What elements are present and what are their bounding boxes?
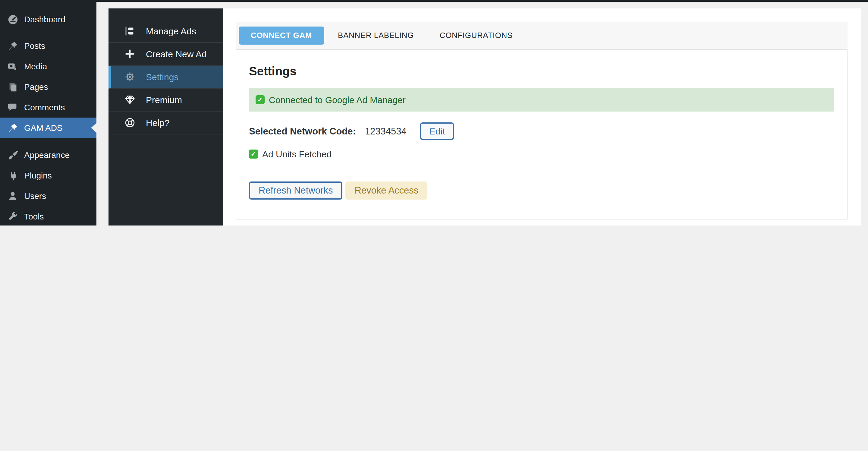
connection-status-text: Connected to Google Ad Manager xyxy=(269,95,406,105)
sidebar-item-label: Media xyxy=(24,61,47,71)
sidebar-item-label: Comments xyxy=(24,102,65,112)
sidebar-separator xyxy=(0,138,96,145)
sidebar-item-tools[interactable]: Tools xyxy=(0,206,96,226)
pushpin-icon xyxy=(7,40,19,52)
check-icon xyxy=(255,95,265,104)
sidebar-item-posts[interactable]: Posts xyxy=(0,36,96,56)
sidebar-item-label: Appearance xyxy=(24,150,70,160)
ad-units-status-text: Ad Units Fetched xyxy=(262,149,332,159)
sidebar-item-label: Tools xyxy=(24,212,44,221)
page: Dashboard Posts Media Pages Comments xyxy=(0,0,868,226)
plugin-nav-label: Premium xyxy=(146,95,182,105)
media-icon xyxy=(7,61,19,72)
connection-status-banner: Connected to Google Ad Manager xyxy=(249,88,834,112)
network-code-label: Selected Network Code: xyxy=(249,126,356,137)
comment-icon xyxy=(7,101,19,113)
tab-connect-gam[interactable]: CONNECT GAM xyxy=(239,27,324,44)
refresh-networks-button[interactable]: Refresh Networks xyxy=(249,181,342,200)
sidebar-item-label: Pages xyxy=(24,82,48,92)
gear-icon xyxy=(124,70,136,83)
tab-configurations[interactable]: CONFIGURATIONS xyxy=(428,27,525,44)
sidebar-item-label: Plugins xyxy=(24,171,52,180)
revoke-access-button[interactable]: Revoke Access xyxy=(345,181,427,200)
sidebar-item-plugins[interactable]: Plugins xyxy=(0,165,96,186)
tab-banner-labeling[interactable]: BANNER LABELING xyxy=(326,27,426,44)
plugin-nav-create-new-ad[interactable]: Create New Ad xyxy=(108,43,223,66)
actions-row: Refresh Networks Revoke Access xyxy=(249,181,834,200)
sidebar-item-gam-ads[interactable]: GAM ADS xyxy=(0,118,96,138)
wrench-icon xyxy=(7,211,19,222)
wp-admin-sidebar: Dashboard Posts Media Pages Comments xyxy=(0,0,96,226)
plugin-nav-manage-ads[interactable]: Manage Ads xyxy=(108,20,223,43)
settings-card: Settings Connected to Google Ad Manager … xyxy=(236,50,847,219)
plug-icon xyxy=(7,170,19,181)
brush-icon xyxy=(7,149,19,161)
sidebar-item-label: Users xyxy=(24,191,46,201)
sidebar-item-comments[interactable]: Comments xyxy=(0,97,96,118)
sidebar-item-users[interactable]: Users xyxy=(0,186,96,206)
edit-button[interactable]: Edit xyxy=(421,122,454,140)
dashboard-icon xyxy=(7,13,19,25)
pages-icon xyxy=(7,81,19,93)
diamond-icon xyxy=(124,93,136,106)
plugin-nav-settings[interactable]: Settings xyxy=(108,66,223,89)
gam-ads-plugin-app: Manage Ads Create New Ad Settings Premiu… xyxy=(108,8,861,226)
lifebuoy-icon xyxy=(124,116,136,129)
plugin-main-area: CONNECT GAM BANNER LABELING CONFIGURATIO… xyxy=(223,8,861,226)
sidebar-item-label: Dashboard xyxy=(24,14,65,24)
list-icon xyxy=(124,25,136,37)
tab-bar: CONNECT GAM BANNER LABELING CONFIGURATIO… xyxy=(236,22,847,50)
page-title: Settings xyxy=(249,64,834,79)
network-code-value: 12334534 xyxy=(365,126,407,137)
plugin-sidebar: Manage Ads Create New Ad Settings Premiu… xyxy=(108,8,223,226)
check-icon xyxy=(249,150,258,158)
sidebar-item-label: Posts xyxy=(24,41,45,51)
plugin-nav-label: Manage Ads xyxy=(146,26,196,36)
plugin-nav-label: Settings xyxy=(146,72,179,82)
user-icon xyxy=(7,190,19,202)
plugin-nav-premium[interactable]: Premium xyxy=(108,89,223,112)
sidebar-item-dashboard[interactable]: Dashboard xyxy=(0,9,96,30)
sidebar-item-media[interactable]: Media xyxy=(0,56,96,77)
plugin-nav-label: Create New Ad xyxy=(146,49,207,59)
plugin-nav-help[interactable]: Help? xyxy=(108,112,223,134)
pushpin-icon xyxy=(7,122,19,133)
network-code-row: Selected Network Code: 12334534 Edit xyxy=(249,122,834,140)
plus-icon xyxy=(124,48,136,60)
sidebar-item-pages[interactable]: Pages xyxy=(0,77,96,97)
plugin-nav-label: Help? xyxy=(146,118,169,128)
admin-bar-strip xyxy=(0,0,868,2)
sidebar-item-appearance[interactable]: Appearance xyxy=(0,145,96,165)
sidebar-item-label: GAM ADS xyxy=(24,123,63,133)
ad-units-status-row: Ad Units Fetched xyxy=(249,149,834,159)
sidebar-separator xyxy=(0,30,96,36)
